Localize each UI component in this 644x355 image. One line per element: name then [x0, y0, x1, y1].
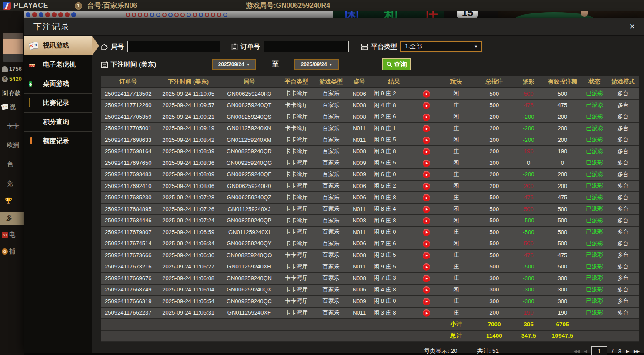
sidebar-item-multi[interactable]: 多	[0, 212, 24, 225]
play-icon[interactable]: ▶	[423, 137, 430, 144]
cell-total-bet: 300	[475, 295, 514, 307]
play-icon[interactable]: ▶	[423, 90, 430, 98]
total-pages-label: 3	[618, 348, 621, 355]
play-icon[interactable]: ▶	[423, 298, 430, 305]
player-bead	[71, 12, 76, 17]
cell-game-type: 百家乐	[316, 249, 346, 261]
sidebar-item-jing[interactable]: 竞	[2, 180, 24, 188]
play-icon[interactable]: ▶	[423, 160, 430, 167]
sidebar-item-kaka[interactable]: 卡卡	[2, 122, 24, 130]
cell-game-type: 百家乐	[316, 284, 346, 296]
chevron-down-icon: ▼	[329, 63, 333, 67]
balance-row: $ 5420	[2, 76, 24, 82]
menu-item-slots[interactable]: 777 电子老虎机	[24, 55, 92, 74]
cell-status: 已派彩	[581, 180, 608, 192]
table-row[interactable]: 250924117705001 2025-09-24 11:09:19 GN01…	[101, 123, 639, 134]
play-icon[interactable]: ▶	[423, 252, 430, 259]
table-row[interactable]: 250924117662237 2025-09-24 11:05:31 GN01…	[101, 307, 639, 319]
sidebar-item-fishing[interactable]: ❂ 捕	[2, 248, 24, 255]
cell-result: 闲 0 庄 5	[373, 134, 416, 146]
table-row[interactable]: 250924117685230 2025-09-24 11:07:28 GN00…	[101, 192, 639, 204]
table-row[interactable]: 250924117673216 2025-09-24 11:06:27 GN01…	[101, 261, 639, 273]
platform-select[interactable]: 1.全部 ▼	[400, 41, 482, 52]
table-row[interactable]: 250924117693483 2025-09-24 11:08:09 GN00…	[101, 169, 639, 181]
cell-result: 闲 6 庄 0	[373, 226, 416, 238]
play-icon[interactable]: ▶	[423, 217, 430, 224]
cell-total-bet: 200	[475, 169, 514, 181]
play-icon[interactable]: ▶	[423, 102, 430, 109]
play-icon[interactable]: ▶	[423, 194, 430, 201]
play-icon[interactable]: ▶	[423, 114, 430, 121]
table-row[interactable]: 250924117692410 2025-09-24 11:08:06 GN00…	[101, 180, 639, 192]
sidebar-item-se[interactable]: 色	[2, 161, 24, 168]
table-row[interactable]: 250924117668749 2025-09-24 11:06:04 GN00…	[101, 284, 639, 296]
deposit-button[interactable]: $ 存款	[2, 89, 24, 97]
table-row[interactable]: 250924117698164 2025-09-24 11:08:39 GN00…	[101, 146, 639, 157]
table-row[interactable]: 250924117705359 2025-09-24 11:09:21 GN00…	[101, 111, 639, 123]
table-row[interactable]: 250924117684446 2025-09-24 11:07:24 GN00…	[101, 215, 639, 227]
play-icon[interactable]: ▶	[423, 229, 430, 236]
menu-item-table-games[interactable]: ♠ 桌面游戏	[24, 74, 92, 94]
menu-item-quota-records[interactable]: 额度记录	[24, 132, 92, 151]
column-header: 下注时间 (美东)	[155, 76, 222, 88]
tag-icon	[101, 43, 108, 50]
sidebar-item-europe[interactable]: 欧洲	[2, 141, 24, 149]
search-button[interactable]: 查询	[382, 58, 411, 70]
table-row[interactable]: 250924117713502 2025-09-24 11:10:05 GN00…	[101, 88, 639, 100]
next-page-button[interactable]: ▶	[626, 348, 629, 354]
table-row[interactable]: 250924117684895 2025-09-24 11:07:26 GN01…	[101, 203, 639, 215]
close-icon[interactable]: ✕	[629, 22, 635, 31]
calendar-icon	[101, 61, 108, 68]
cell-status: 已派彩	[581, 111, 608, 123]
round-input[interactable]	[127, 41, 220, 52]
table-row[interactable]: 250924117673666 2025-09-24 11:06:30 GN00…	[101, 249, 639, 261]
cell-result: 闲 2 庄 6	[373, 111, 416, 123]
table-row[interactable]: 250924117669676 2025-09-24 11:06:08 GN00…	[101, 272, 639, 284]
cell-replay: ▶	[416, 100, 437, 111]
menu-item-points-query[interactable]: 积分查询	[24, 113, 92, 132]
pagination-bar: 每页显示: 20 共计: 51 ◀◀ ◀ 1 / 3 ▶ ▶▶	[101, 344, 639, 355]
menu-item-video-games[interactable]: K9 视讯游戏	[24, 36, 92, 55]
current-page-input[interactable]: 1	[591, 346, 607, 355]
play-icon[interactable]: ▶	[423, 125, 430, 132]
order-input[interactable]	[264, 41, 349, 52]
table-row[interactable]: 250924117697650 2025-09-24 11:08:36 GN00…	[101, 157, 639, 169]
sidebar-item-video[interactable]: K9 视	[2, 103, 24, 111]
cell-game-type: 百家乐	[316, 123, 346, 134]
play-icon[interactable]: ▶	[423, 240, 430, 248]
menu-item-match-records[interactable]: 比赛记录	[24, 94, 92, 113]
cell-wager: 庄	[437, 146, 475, 157]
table-label: 台号:百家乐N06	[87, 1, 137, 10]
cell-replay: ▶	[416, 261, 437, 273]
bet-records-modal: 下注记录 ✕ K9 视讯游戏 777 电子老虎机 ♠ 桌面游戏	[24, 18, 644, 353]
table-row[interactable]: 250924117712260 2025-09-24 11:09:57 GN00…	[101, 100, 639, 111]
balance-value: 5420	[9, 76, 22, 82]
play-icon[interactable]: ▶	[423, 263, 430, 271]
last-page-button[interactable]: ▶▶	[634, 348, 639, 354]
cell-order-no: 250924117692410	[101, 180, 155, 192]
cell-game-mode: 多台	[607, 111, 639, 123]
play-icon[interactable]: ▶	[423, 206, 430, 213]
play-icon[interactable]: ▶	[423, 275, 430, 282]
table-row[interactable]: 250924117698633 2025-09-24 11:08:42 GN01…	[101, 134, 639, 146]
prev-page-button[interactable]: ◀	[584, 348, 586, 354]
play-icon[interactable]: ▶	[423, 183, 430, 190]
play-icon[interactable]: ▶	[423, 309, 430, 317]
sidebar-item-slots[interactable]: 777 电	[2, 231, 24, 239]
avatar[interactable]	[3, 33, 23, 62]
sidebar-item-trophy[interactable]: 🏆	[2, 197, 24, 205]
play-icon[interactable]: ▶	[423, 148, 430, 155]
table-row[interactable]: 250924117674514 2025-09-24 11:06:34 GN00…	[101, 238, 639, 250]
table-row[interactable]: 250924117666319 2025-09-24 11:05:54 GN00…	[101, 295, 639, 307]
play-icon[interactable]: ▶	[423, 171, 430, 178]
date-to-picker[interactable]: 2025/09/24 ▼	[294, 59, 339, 70]
cell-bet-time: 2025-09-24 11:05:54	[155, 295, 222, 307]
cell-replay: ▶	[416, 134, 437, 146]
column-header: 游戏类型	[316, 76, 346, 88]
play-icon[interactable]: ▶	[423, 286, 430, 294]
table-row[interactable]: 250924117679807 2025-09-24 11:06:59 GN01…	[101, 226, 639, 238]
cell-total-bet: 500	[475, 261, 514, 273]
cell-status: 已派彩	[581, 215, 608, 227]
date-from-picker[interactable]: 2025/09/24 ▼	[212, 59, 256, 70]
first-page-button[interactable]: ◀◀	[573, 348, 579, 354]
